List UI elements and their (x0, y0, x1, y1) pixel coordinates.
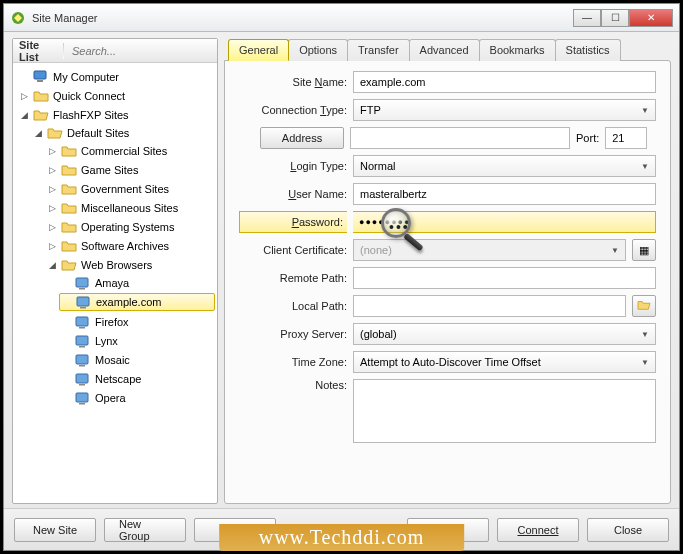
site-icon (75, 315, 91, 329)
svg-rect-6 (80, 307, 86, 309)
svg-rect-12 (79, 365, 85, 367)
svg-rect-7 (76, 317, 88, 326)
svg-rect-14 (79, 384, 85, 386)
folder-open-icon (33, 108, 49, 122)
password-field[interactable]: ●●●●●●●● (353, 211, 656, 233)
login-type-select[interactable]: Normal▼ (353, 155, 656, 177)
remote-path-label: Remote Path: (239, 272, 347, 284)
site-icon (76, 295, 92, 309)
tab-options[interactable]: Options (288, 39, 348, 61)
tree-web-browsers[interactable]: ◢Web Browsers (45, 256, 215, 273)
local-path-browse-button[interactable] (632, 295, 656, 317)
svg-rect-15 (76, 393, 88, 402)
new-group-button[interactable]: New Group (104, 518, 186, 542)
tab-advanced[interactable]: Advanced (409, 39, 480, 61)
local-path-label: Local Path: (239, 300, 347, 312)
proxy-select[interactable]: (global)▼ (353, 323, 656, 345)
port-label: Port: (576, 132, 599, 144)
connect-button[interactable]: Connect (497, 518, 579, 542)
folder-icon (61, 163, 77, 177)
folder-open-icon (637, 299, 651, 313)
client-cert-label: Client Certificate: (239, 244, 347, 256)
watermark: www.Techddi.com (219, 524, 465, 551)
search-input[interactable] (72, 45, 211, 57)
remote-path-field[interactable] (353, 267, 656, 289)
close-window-button[interactable]: Close (587, 518, 669, 542)
user-name-field[interactable]: masteralbertz (353, 183, 656, 205)
timezone-select[interactable]: Attempt to Auto-Discover Time Offset▼ (353, 351, 656, 373)
svg-rect-3 (76, 278, 88, 287)
client-cert-browse-button[interactable]: ▦ (632, 239, 656, 261)
tree-commercial-sites[interactable]: ▷Commercial Sites (45, 142, 215, 159)
tree-miscellaneous-sites[interactable]: ▷Miscellaneous Sites (45, 199, 215, 216)
folder-icon (61, 182, 77, 196)
site-list-label: Site List (19, 39, 55, 63)
tree-software-archives[interactable]: ▷Software Archives (45, 237, 215, 254)
general-tab-body: Site Name: example.com Connection Type: … (224, 60, 671, 504)
tree-default-sites[interactable]: ◢Default Sites (31, 124, 215, 141)
site-icon (75, 391, 91, 405)
tab-transfer[interactable]: Transfer (347, 39, 410, 61)
tree-site-example-com[interactable]: example.com (59, 293, 215, 311)
client-cert-select[interactable]: (none)▼ (353, 239, 626, 261)
folder-icon (61, 220, 77, 234)
svg-rect-9 (76, 336, 88, 345)
chevron-down-icon: ▼ (641, 358, 649, 367)
tree-operating-systems[interactable]: ▷Operating Systems (45, 218, 215, 235)
folder-open-icon (47, 126, 63, 140)
folder-icon (61, 239, 77, 253)
tab-general[interactable]: General (228, 39, 289, 61)
chevron-down-icon: ▼ (641, 330, 649, 339)
svg-rect-16 (79, 403, 85, 405)
site-tree[interactable]: My Computer ▷Quick Connect ◢FlashFXP Sit… (13, 63, 217, 503)
chevron-down-icon: ▼ (641, 162, 649, 171)
tree-site-lynx[interactable]: Lynx (59, 332, 215, 349)
connection-type-select[interactable]: FTP▼ (353, 99, 656, 121)
tree-site-firefox[interactable]: Firefox (59, 313, 215, 330)
tree-my-computer[interactable]: My Computer (17, 68, 215, 85)
svg-rect-10 (79, 346, 85, 348)
address-field[interactable] (350, 127, 570, 149)
site-name-field[interactable]: example.com (353, 71, 656, 93)
proxy-label: Proxy Server: (239, 328, 347, 340)
computer-icon (33, 70, 49, 84)
connection-type-label: Connection Type: (239, 104, 347, 116)
folder-icon (61, 201, 77, 215)
tree-site-amaya[interactable]: Amaya (59, 274, 215, 291)
address-button[interactable]: Address (260, 127, 344, 149)
tree-site-opera[interactable]: Opera (59, 389, 215, 406)
site-name-label: Site Name: (239, 76, 347, 88)
svg-rect-4 (79, 288, 85, 290)
svg-rect-11 (76, 355, 88, 364)
tree-site-mosaic[interactable]: Mosaic (59, 351, 215, 368)
tab-statistics[interactable]: Statistics (555, 39, 621, 61)
site-icon (75, 334, 91, 348)
site-icon (75, 372, 91, 386)
tree-site-netscape[interactable]: Netscape (59, 370, 215, 387)
tree-flashfxp-sites[interactable]: ◢FlashFXP Sites (17, 106, 215, 123)
tab-bar: General Options Transfer Advanced Bookma… (224, 39, 671, 61)
chevron-down-icon: ▼ (611, 246, 619, 255)
timezone-label: Time Zone: (239, 356, 347, 368)
tab-bookmarks[interactable]: Bookmarks (479, 39, 556, 61)
maximize-button[interactable]: ☐ (601, 9, 629, 27)
password-label: Password: (239, 211, 347, 233)
folder-open-icon (61, 258, 77, 272)
minimize-button[interactable]: — (573, 9, 601, 27)
close-button[interactable]: ✕ (629, 9, 673, 27)
folder-icon (61, 144, 77, 158)
tree-government-sites[interactable]: ▷Government Sites (45, 180, 215, 197)
window-title: Site Manager (32, 12, 573, 24)
new-site-button[interactable]: New Site (14, 518, 96, 542)
tree-quick-connect[interactable]: ▷Quick Connect (17, 87, 215, 104)
port-field[interactable]: 21 (605, 127, 647, 149)
login-type-label: Login Type: (239, 160, 347, 172)
svg-rect-1 (34, 71, 46, 79)
titlebar[interactable]: Site Manager — ☐ ✕ (4, 4, 679, 32)
folder-icon (33, 89, 49, 103)
tree-game-sites[interactable]: ▷Game Sites (45, 161, 215, 178)
site-icon (75, 276, 91, 290)
notes-field[interactable] (353, 379, 656, 443)
local-path-field[interactable] (353, 295, 626, 317)
svg-rect-8 (79, 327, 85, 329)
